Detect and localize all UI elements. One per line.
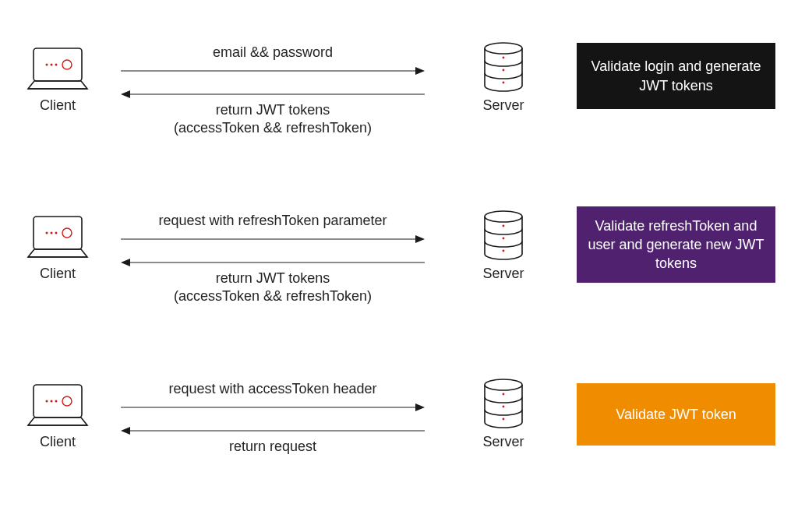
server-icon [482,210,525,266]
diagram-canvas: Client email && password return JWT toke… [0,0,798,532]
action-box-2-text: Validate refreshToken and user and gener… [588,217,764,273]
response-label-1: return JWT tokens (accessToken && refres… [121,101,425,138]
svg-point-30 [46,400,48,403]
svg-marker-23 [121,259,130,266]
server-label: Server [468,266,539,282]
client-icon [22,45,94,97]
arrow-response-3 [121,425,425,436]
svg-point-11 [503,57,505,59]
svg-point-12 [503,69,505,72]
request-label-2: request with refreshToken parameter [121,212,425,230]
svg-point-31 [51,400,53,403]
response-label-3: return request [121,438,425,456]
svg-point-39 [503,393,505,396]
svg-point-2 [46,64,48,66]
svg-point-4 [55,64,58,66]
server-icon [482,379,525,435]
arrow-request-3 [121,402,425,413]
arrow-response-1 [121,89,425,100]
svg-rect-28 [34,385,82,417]
action-box-2: Validate refreshToken and user and gener… [577,206,775,283]
svg-point-16 [46,232,48,234]
action-box-3-text: Validate JWT token [616,405,736,424]
svg-marker-7 [415,67,425,75]
request-label-3: request with accessToken header [121,380,425,398]
svg-point-10 [485,43,522,54]
svg-point-3 [51,64,53,66]
svg-marker-37 [121,427,130,435]
arrow-response-2 [121,257,425,268]
svg-point-25 [503,225,505,227]
svg-point-40 [503,406,505,408]
svg-point-19 [62,228,72,238]
action-box-1: Validate login and generate JWT tokens [577,43,775,109]
svg-point-41 [503,418,505,421]
action-box-1-text: Validate login and generate JWT tokens [588,57,764,95]
svg-point-27 [503,250,505,252]
svg-point-13 [503,82,505,84]
svg-marker-9 [121,90,130,98]
action-box-3: Validate JWT token [577,383,775,446]
svg-point-17 [51,232,53,234]
svg-point-5 [62,60,72,69]
svg-rect-14 [34,217,82,249]
svg-rect-0 [34,48,82,81]
arrow-request-1 [121,65,425,76]
response-label-2: return JWT tokens (accessToken && refres… [121,270,425,306]
svg-marker-35 [415,403,425,411]
svg-point-18 [55,232,58,234]
svg-point-32 [55,400,58,403]
server-label: Server [468,97,539,114]
svg-point-38 [485,379,522,390]
svg-point-26 [503,238,505,240]
server-icon [482,42,525,98]
svg-marker-21 [415,235,425,243]
client-icon [22,213,94,265]
client-icon [22,382,94,433]
arrow-request-2 [121,234,425,245]
server-label: Server [468,434,539,450]
request-label-1: email && password [121,44,425,62]
svg-point-24 [485,211,522,222]
client-label: Client [22,266,94,282]
client-label: Client [22,97,94,114]
client-label: Client [22,434,94,450]
svg-point-33 [62,396,72,406]
